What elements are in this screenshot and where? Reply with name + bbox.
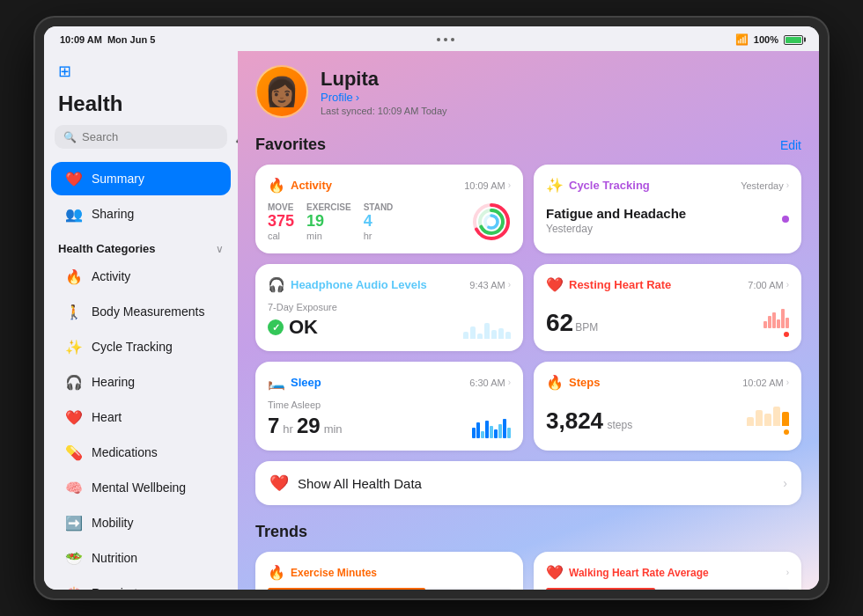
hr-chart: [763, 302, 789, 328]
steps-bar: [782, 412, 789, 426]
trend-walking-hr-row: ❤️ Walking Heart Rate Average ›: [546, 564, 789, 581]
bpm-unit: BPM: [575, 321, 598, 334]
exercise-value: 19: [306, 212, 351, 231]
sleep-bar: [490, 426, 493, 438]
cycle-label: Cycle Tracking: [92, 340, 173, 354]
battery-fill: [786, 37, 801, 43]
sidebar-item-nutrition[interactable]: 🥗 Nutrition: [51, 541, 231, 575]
trend-exercise-row: 🔥 Exercise Minutes: [268, 564, 511, 581]
sidebar-item-body[interactable]: 🚶 Body Measurements: [51, 295, 231, 328]
app-container: ⊞ Health 🔍 🎤 ❤️ Summary 👥 Sharing: [44, 51, 819, 590]
cycle-card-icon: ✨: [546, 177, 564, 194]
heart-rate-content: 62 BPM: [546, 302, 789, 337]
profile-sync: Last synced: 10:09 AM Today: [321, 106, 447, 116]
activity-title-row: 🔥 Activity: [268, 177, 332, 194]
app-title: Health: [44, 92, 238, 125]
sidebar-item-activity[interactable]: 🔥 Activity: [51, 260, 231, 293]
sleep-sub-label: Time Asleep: [268, 400, 343, 410]
cycle-chevron-icon: ›: [786, 180, 789, 190]
medications-label: Medications: [92, 445, 158, 459]
time-display: 10:09 AM: [60, 34, 102, 45]
sidebar-item-medications[interactable]: 💊 Medications: [51, 436, 231, 469]
trend-walking-hr-card[interactable]: ❤️ Walking Heart Rate Average ›: [534, 552, 801, 590]
steps-bar: [756, 410, 763, 426]
hr-chart-area: [763, 302, 789, 337]
steps-bar: [764, 414, 771, 426]
steps-card[interactable]: 🔥 Steps 10:02 AM › 3,824: [534, 362, 801, 451]
cycle-dot: [782, 216, 789, 223]
body-label: Body Measurements: [92, 304, 204, 319]
red-dot: [784, 332, 789, 337]
ok-badge: ✓ OK: [268, 316, 337, 339]
ok-icon: ✓: [268, 319, 284, 335]
steps-bar: [773, 407, 780, 426]
sleep-bar: [481, 431, 484, 438]
sidebar-item-sharing[interactable]: 👥 Sharing: [51, 197, 231, 231]
sidebar-item-mobility[interactable]: ➡️ Mobility: [51, 506, 231, 539]
main-inner: 👩🏾 Lupita Profile › Last synced: 10:09 A…: [238, 51, 819, 590]
favorites-header: Favorites Edit: [255, 136, 801, 154]
cycle-card-header: ✨ Cycle Tracking Yesterday ›: [546, 177, 789, 194]
sleep-title-row: 🛏️ Sleep: [268, 374, 321, 391]
respiratory-label: Respiratory: [92, 586, 155, 590]
trend-walking-hr-label: Walking Heart Rate Average: [569, 567, 709, 579]
cycle-card[interactable]: ✨ Cycle Tracking Yesterday › F: [534, 165, 801, 253]
chevron-down-icon[interactable]: ∨: [216, 243, 224, 255]
headphone-card-header: 🎧 Headphone Audio Levels 9:43 AM ›: [268, 276, 511, 293]
heart-icon: ❤️: [65, 408, 83, 426]
stand-metric: Stand 4 hr: [364, 202, 394, 241]
headphone-status: 7-Day Exposure ✓ OK: [268, 302, 337, 339]
sidebar-item-mental[interactable]: 🧠 Mental Wellbeing: [51, 471, 231, 504]
heart-rate-card-time: 7:00 AM ›: [748, 280, 789, 290]
heart-label: Heart: [92, 410, 122, 424]
heart-rate-chevron-icon: ›: [786, 280, 789, 290]
chart-bar: [498, 328, 504, 339]
search-bar[interactable]: 🔍 🎤: [55, 125, 227, 149]
move-unit: cal: [268, 231, 294, 241]
sleep-card[interactable]: 🛏️ Sleep 6:30 AM › Time Aslee: [255, 362, 523, 451]
status-right: 📶 100%: [735, 33, 803, 46]
headphone-card[interactable]: 🎧 Headphone Audio Levels 9:43 AM ›: [255, 264, 523, 351]
sleep-bar: [485, 421, 489, 438]
hr-bar: [786, 318, 789, 328]
activity-metrics: Move 375 cal Exercise 19 min: [268, 202, 393, 241]
summary-label: Summary: [92, 172, 144, 186]
bpm-value: 62: [546, 309, 573, 337]
sleep-card-header: 🛏️ Sleep 6:30 AM ›: [268, 374, 511, 391]
exercise-metric: Exercise 19 min: [306, 202, 351, 241]
chart-bar: [505, 332, 511, 339]
sidebar-item-cycle[interactable]: ✨ Cycle Tracking: [51, 330, 231, 363]
show-all-card[interactable]: ❤️ Show All Health Data ›: [255, 461, 801, 505]
activity-metrics-row: Move 375 cal Exercise 19 min: [268, 202, 511, 241]
activity-icon: 🔥: [65, 268, 83, 285]
profile-link[interactable]: Profile ›: [321, 91, 447, 104]
headphone-card-title: Headphone Audio Levels: [291, 278, 427, 291]
search-input[interactable]: [82, 130, 230, 143]
headphone-card-icon: 🎧: [268, 276, 285, 293]
bpm-row: 62 BPM: [546, 309, 598, 337]
sidebar-item-respiratory[interactable]: 🫁 Respiratory: [51, 576, 231, 590]
sidebar-item-hearing[interactable]: 🎧 Hearing: [51, 365, 231, 399]
heart-rate-title-row: ❤️ Resting Heart Rate: [546, 276, 671, 293]
edit-button[interactable]: Edit: [780, 138, 801, 152]
orange-dot: [784, 429, 789, 435]
medications-icon: 💊: [65, 444, 83, 461]
steps-chevron-icon: ›: [786, 378, 789, 387]
steps-chart-area: [747, 400, 789, 435]
sidebar: ⊞ Health 🔍 🎤 ❤️ Summary 👥 Sharing: [44, 51, 238, 590]
trend-exercise-card[interactable]: 🔥 Exercise Minutes: [255, 552, 523, 590]
trends-title: Trends: [255, 523, 307, 541]
heart-rate-card[interactable]: ❤️ Resting Heart Rate 7:00 AM ›: [534, 264, 801, 351]
activity-card[interactable]: 🔥 Activity 10:09 AM ›: [255, 165, 523, 253]
profile-name: Lupita: [321, 68, 447, 91]
sleep-hr-unit: hr: [283, 422, 293, 436]
trend-exercise-label: Exercise Minutes: [291, 567, 377, 579]
sidebar-toggle-icon[interactable]: ⊞: [58, 62, 79, 83]
chart-bar: [477, 334, 483, 339]
show-all-chevron-icon: ›: [783, 476, 787, 490]
sidebar-item-summary[interactable]: ❤️ Summary: [51, 162, 231, 195]
move-metric: Move 375 cal: [268, 202, 294, 241]
sidebar-item-heart[interactable]: ❤️ Heart: [51, 400, 231, 434]
summary-icon: ❤️: [65, 170, 83, 187]
show-all-text: Show All Health Data: [298, 476, 422, 491]
